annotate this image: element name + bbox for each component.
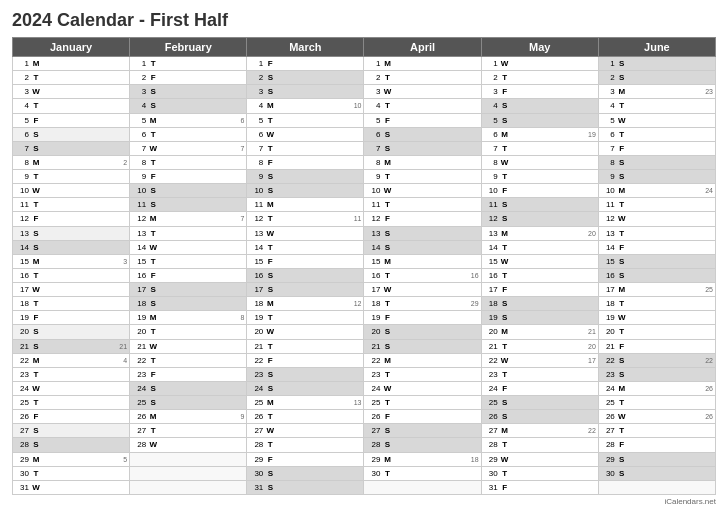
day-cell-may: 2T: [481, 71, 598, 85]
day-cell-jan: 3W: [13, 85, 130, 99]
page-title: 2024 Calendar - First Half: [12, 10, 716, 31]
day-cell-may: 14T: [481, 240, 598, 254]
table-row: 10W10S10S10W10F10M24: [13, 184, 716, 198]
day-cell-apr: 15M: [364, 254, 481, 268]
table-row: 20S20T20W20S20M2120T: [13, 325, 716, 339]
day-cell-feb: 28W: [130, 438, 247, 452]
day-cell-jun: 15S: [598, 254, 715, 268]
day-cell-jun: 27T: [598, 424, 715, 438]
day-cell-jan: 27S: [13, 424, 130, 438]
day-cell-may: 6M19: [481, 127, 598, 141]
day-cell-apr: 26F: [364, 410, 481, 424]
day-cell-jan: 24W: [13, 381, 130, 395]
day-cell-jun: 19W: [598, 311, 715, 325]
day-cell-mar: 20W: [247, 325, 364, 339]
day-cell-feb: [130, 452, 247, 466]
table-row: 14S14W14T14S14T14F: [13, 240, 716, 254]
day-cell-jun: 24M26: [598, 381, 715, 395]
day-cell-feb: 13T: [130, 226, 247, 240]
day-cell-apr: 8M: [364, 155, 481, 169]
day-cell-jun: 21F: [598, 339, 715, 353]
day-cell-may: 21T20: [481, 339, 598, 353]
table-row: 29M529F29M1829W29S: [13, 452, 716, 466]
day-cell-apr: 1M: [364, 57, 481, 71]
day-cell-mar: 13W: [247, 226, 364, 240]
day-cell-jan: 12F: [13, 212, 130, 226]
day-cell-apr: 17W: [364, 283, 481, 297]
table-row: 22M422T22F22M22W1722S22: [13, 353, 716, 367]
day-cell-apr: [364, 480, 481, 494]
day-cell-jan: 21S21: [13, 339, 130, 353]
day-cell-may: 9T: [481, 170, 598, 184]
day-cell-feb: 17S: [130, 283, 247, 297]
day-cell-jun: 22S22: [598, 353, 715, 367]
day-cell-mar: 6W: [247, 127, 364, 141]
day-cell-mar: 28T: [247, 438, 364, 452]
day-cell-jun: 5W: [598, 113, 715, 127]
day-cell-feb: 15T: [130, 254, 247, 268]
table-row: 28S28W28T28S28T28F: [13, 438, 716, 452]
day-cell-jun: 9S: [598, 170, 715, 184]
day-cell-apr: 20S: [364, 325, 481, 339]
day-cell-may: 8W: [481, 155, 598, 169]
day-cell-may: 13M20: [481, 226, 598, 240]
table-row: 12F12M712T1112F12S12W: [13, 212, 716, 226]
day-cell-may: 30T: [481, 466, 598, 480]
day-cell-may: 22W17: [481, 353, 598, 367]
table-row: 30T30S30T30T30S: [13, 466, 716, 480]
day-cell-feb: [130, 466, 247, 480]
day-cell-jan: 11T: [13, 198, 130, 212]
day-cell-feb: 10S: [130, 184, 247, 198]
day-cell-feb: 4S: [130, 99, 247, 113]
day-cell-feb: 14W: [130, 240, 247, 254]
calendar-table: January February March April May June 1M…: [12, 37, 716, 495]
day-cell-may: 15W: [481, 254, 598, 268]
day-cell-feb: 6T: [130, 127, 247, 141]
day-cell-mar: 5T: [247, 113, 364, 127]
day-cell-may: 29W: [481, 452, 598, 466]
day-cell-jan: 25T: [13, 396, 130, 410]
day-cell-jan: 10W: [13, 184, 130, 198]
table-row: 31W31S31F: [13, 480, 716, 494]
day-cell-mar: 8F: [247, 155, 364, 169]
day-cell-jan: 4T: [13, 99, 130, 113]
day-cell-mar: 29F: [247, 452, 364, 466]
day-cell-jun: 2S: [598, 71, 715, 85]
table-row: 13S13T13W13S13M2013T: [13, 226, 716, 240]
table-row: 11T11S11M11T11S11T: [13, 198, 716, 212]
day-cell-mar: 10S: [247, 184, 364, 198]
day-cell-may: 27M22: [481, 424, 598, 438]
day-cell-jan: 23T: [13, 367, 130, 381]
day-cell-may: 17F: [481, 283, 598, 297]
day-cell-may: 12S: [481, 212, 598, 226]
day-cell-apr: 18T29: [364, 297, 481, 311]
day-cell-mar: 19T: [247, 311, 364, 325]
day-cell-mar: 17S: [247, 283, 364, 297]
day-cell-jun: 14F: [598, 240, 715, 254]
table-row: 21S2121W21T21S21T2021F: [13, 339, 716, 353]
day-cell-apr: 29M18: [364, 452, 481, 466]
day-cell-jun: 11T: [598, 198, 715, 212]
footer: iCalendars.net: [12, 497, 716, 506]
day-cell-may: 1W: [481, 57, 598, 71]
day-cell-jun: 29S: [598, 452, 715, 466]
page: 2024 Calendar - First Half January Febru…: [0, 0, 728, 514]
day-cell-may: 4S: [481, 99, 598, 113]
day-cell-apr: 14S: [364, 240, 481, 254]
day-cell-feb: 22T: [130, 353, 247, 367]
day-cell-jan: 17W: [13, 283, 130, 297]
day-cell-jan: 2T: [13, 71, 130, 85]
day-cell-jun: 26W26: [598, 410, 715, 424]
day-cell-mar: 31S: [247, 480, 364, 494]
day-cell-jun: 18T: [598, 297, 715, 311]
day-cell-feb: 3S: [130, 85, 247, 99]
day-cell-jun: 20T: [598, 325, 715, 339]
table-row: 17W17S17S17W17F17M25: [13, 283, 716, 297]
month-jun: June: [598, 38, 715, 57]
day-cell-jan: 18T: [13, 297, 130, 311]
day-cell-feb: 26M9: [130, 410, 247, 424]
day-cell-feb: 5M6: [130, 113, 247, 127]
table-row: 15M315T15F15M15W15S: [13, 254, 716, 268]
day-cell-jun: 8S: [598, 155, 715, 169]
day-cell-apr: 13S: [364, 226, 481, 240]
